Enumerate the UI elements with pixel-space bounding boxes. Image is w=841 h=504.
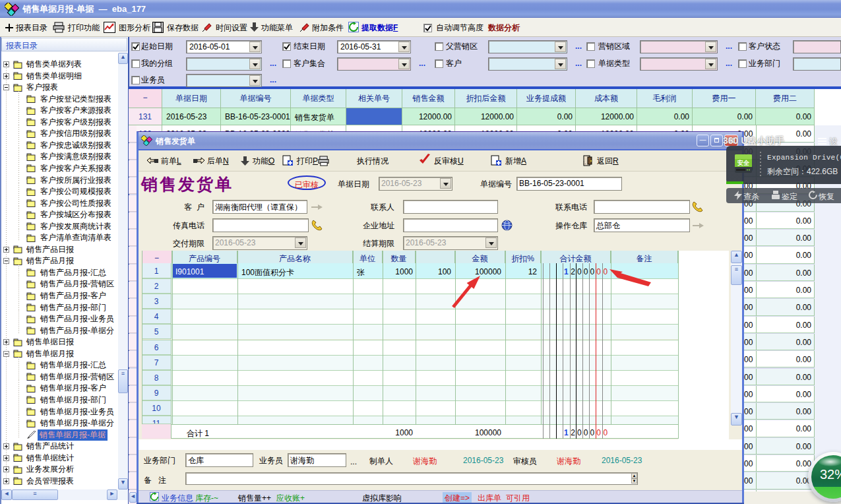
svg-text::.: :. [583, 160, 586, 166]
svg-text:安全: 安全 [737, 159, 750, 166]
